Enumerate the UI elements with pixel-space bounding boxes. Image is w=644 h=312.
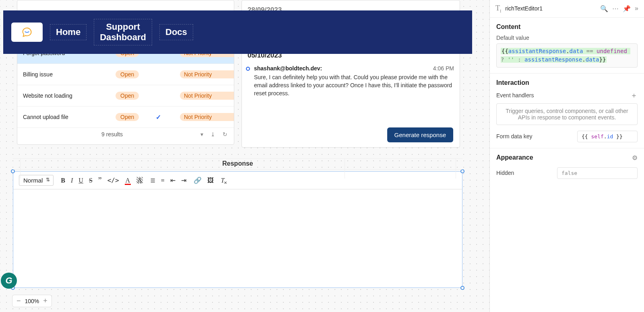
response-section: Response Normal B I U S ” </> A A ≣ ≡ ⇤ … xyxy=(13,157,462,296)
zoom-level: 100% xyxy=(25,298,39,304)
section-interaction: Interaction Event handlers ＋ Trigger que… xyxy=(490,74,644,148)
zoom-control: − 100% + xyxy=(12,295,52,307)
section-appearance: Appearance ⚙ Hidden false xyxy=(490,148,644,185)
clear-format-icon[interactable]: T✕ xyxy=(221,177,225,184)
image-icon[interactable]: 🖼 xyxy=(207,177,214,184)
strike-icon[interactable]: S xyxy=(89,177,93,184)
grammarly-badge-icon[interactable]: G xyxy=(1,273,17,289)
selection-handle[interactable] xyxy=(460,169,464,173)
zoom-in-button[interactable]: + xyxy=(43,297,47,305)
section-content: Content Default value {{assistantRespons… xyxy=(490,18,644,74)
text-component-icon: TI xyxy=(495,4,501,13)
inspector-header: TI richTextEditor1 🔍 ⋯ 📌 » xyxy=(490,0,644,18)
inspector-panel: TI richTextEditor1 🔍 ⋯ 📌 » Content Defau… xyxy=(489,0,644,312)
message: shashank@boldtech.dev: 4:06 PM Sure, I c… xyxy=(242,63,460,102)
table-row[interactable]: Website not loading Open Not Priority xyxy=(17,85,234,107)
priority-badge: Not Priority xyxy=(180,113,234,121)
italic-icon[interactable]: I xyxy=(71,177,73,184)
status-badge: Open xyxy=(116,70,139,78)
nav-support-dashboard[interactable]: Support Dashboard xyxy=(94,19,152,46)
priority-badge: Not Priority xyxy=(180,92,234,100)
highlight-icon[interactable]: A xyxy=(136,177,143,184)
top-nav: Home Support Dashboard Docs xyxy=(3,10,472,54)
status-badge: Open xyxy=(116,113,139,121)
message-time: 4:06 PM xyxy=(433,65,454,72)
search-icon[interactable]: 🔍 xyxy=(600,5,608,12)
section-title: Appearance xyxy=(496,154,533,161)
quote-icon[interactable]: ” xyxy=(98,176,102,185)
cell-subject: Website not loading xyxy=(23,92,116,99)
rte-format-select[interactable]: Normal xyxy=(19,175,54,186)
cell-subject: Cannot upload file xyxy=(23,114,116,120)
add-event-handler-button[interactable]: ＋ xyxy=(630,90,638,100)
hidden-label: Hidden xyxy=(496,170,514,176)
message-body: Sure, I can definitely help you with tha… xyxy=(254,73,454,98)
rte-toolbar: Normal B I U S ” </> A A ≣ ≡ ⇤ ⇥ 🔗 🖼 xyxy=(13,172,462,189)
rich-text-editor[interactable]: Normal B I U S ” </> A A ≣ ≡ ⇤ ⇥ 🔗 🖼 xyxy=(13,171,462,288)
unordered-list-icon[interactable]: ≡ xyxy=(161,177,165,184)
selection-handle[interactable] xyxy=(460,286,464,290)
grid-guide xyxy=(13,158,462,170)
event-handlers-label: Event handlers xyxy=(496,92,534,99)
priority-badge: Not Priority xyxy=(180,70,234,78)
chat-bubble-icon xyxy=(21,27,33,38)
indent-icon[interactable]: ⇥ xyxy=(181,177,186,184)
cell-subject: Billing issue xyxy=(23,71,116,78)
table-row[interactable]: Cannot upload file Open ✓ Not Priority xyxy=(17,107,234,128)
table-footer: 9 results ▾ ⤓ ↻ xyxy=(17,128,234,141)
refresh-icon[interactable]: ↻ xyxy=(223,131,227,138)
underline-icon[interactable]: U xyxy=(78,177,83,184)
bullet-icon xyxy=(246,67,250,71)
check-icon: ✓ xyxy=(156,113,180,121)
form-data-key-input[interactable]: {{ self.id }} xyxy=(577,131,638,142)
app-logo xyxy=(11,23,43,42)
bold-icon[interactable]: B xyxy=(61,177,65,184)
selection-handle[interactable] xyxy=(11,169,15,173)
text-color-icon[interactable]: A xyxy=(125,177,131,184)
download-icon[interactable]: ⤓ xyxy=(211,131,215,138)
message-from: shashank@boldtech.dev xyxy=(254,65,320,72)
zoom-out-button[interactable]: − xyxy=(17,297,21,305)
ordered-list-icon[interactable]: ≣ xyxy=(150,177,155,184)
results-count: 9 results xyxy=(101,131,123,138)
outdent-icon[interactable]: ⇤ xyxy=(170,177,175,184)
section-title: Interaction xyxy=(496,79,638,86)
section-title: Content xyxy=(496,23,638,31)
more-icon[interactable]: ⋯ xyxy=(612,5,619,12)
table-row[interactable]: Billing issue Open Not Priority xyxy=(17,64,234,85)
expand-icon[interactable]: » xyxy=(635,5,638,12)
filter-icon[interactable]: ▾ xyxy=(200,131,203,138)
hidden-input[interactable]: false xyxy=(557,167,638,179)
form-data-key-label: Form data key xyxy=(496,133,532,140)
default-value-input[interactable]: {{assistantResponse.data == undefined ? … xyxy=(496,43,638,68)
pin-icon[interactable]: 📌 xyxy=(623,5,631,12)
nav-home[interactable]: Home xyxy=(50,24,87,40)
default-value-label: Default value xyxy=(496,35,638,41)
code-icon[interactable]: </> xyxy=(107,177,119,184)
status-badge: Open xyxy=(116,92,139,100)
settings-icon[interactable]: ⚙ xyxy=(632,154,638,162)
event-handlers-hint: Trigger queries, control components, or … xyxy=(496,103,638,125)
nav-docs[interactable]: Docs xyxy=(159,24,193,40)
link-icon[interactable]: 🔗 xyxy=(194,177,202,184)
component-name[interactable]: richTextEditor1 xyxy=(505,5,596,12)
generate-response-button[interactable]: Generate response xyxy=(387,127,453,142)
